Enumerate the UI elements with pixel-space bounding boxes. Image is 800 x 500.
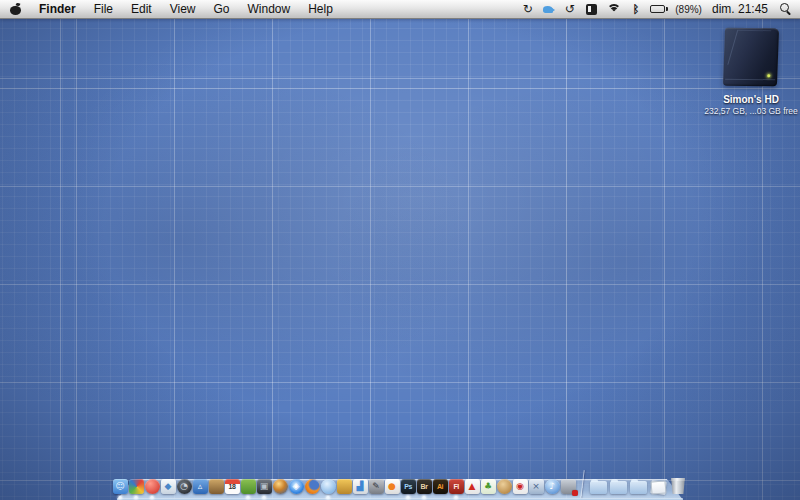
dock-red-ball-app[interactable] [144,479,160,494]
running-indicator [455,496,458,499]
dock-music-app[interactable]: ♪ [544,479,560,494]
chart-app-glyph: ▟ [357,482,364,491]
wifi-icon[interactable] [606,3,621,15]
dock-globe-browser[interactable] [272,479,288,494]
dock-leather-book-app[interactable] [208,479,224,494]
dock-pen-app[interactable]: ✎ [368,479,384,494]
dock: ☺◆◔▵18▣◈▟✎●PsBrAiFl▲♣◉×♪ [117,469,683,500]
running-indicator [119,496,122,499]
battery-tip [666,7,668,11]
ical-glyph: 18 [229,483,236,490]
lamp-app-glyph: ● [388,482,396,491]
dock-windows-app[interactable] [560,479,576,494]
dock-stack-folder-downloads[interactable] [628,481,648,494]
dock-finder[interactable]: ☺ [112,479,128,494]
desktop-drive-simons-hd[interactable]: Simon's HD 232,57 GB, ...03 GB free [724,28,778,148]
bluetooth-icon[interactable]: ᛒ [628,1,643,17]
photo-app-icon: ▣ [257,479,272,494]
battery-body [650,5,665,13]
dock-acrobat[interactable]: ▲ [464,479,480,494]
firefox-icon [305,479,320,494]
dock-chart-app[interactable]: ▟ [352,479,368,494]
flash-glyph: Fl [453,483,458,490]
dock-stack-recent-documents[interactable] [648,481,668,494]
honey-pot-app-icon [497,479,512,494]
package-app-icon [337,479,352,494]
dock-honey-pot-app[interactable] [496,479,512,494]
input-source-icon[interactable] [584,1,599,17]
leather-book-app-icon [209,479,224,494]
menu-bar-clock[interactable]: dim. 21:45 [709,2,771,16]
dock-preview-app[interactable]: ▵ [192,479,208,494]
dock-illustrator[interactable]: Ai [432,479,448,494]
pen-app-icon: ✎ [369,479,384,494]
dock-package-app[interactable] [336,479,352,494]
drive-led-indicator [767,74,770,77]
photoshop-glyph: Ps [404,483,412,490]
chat-balloon-app-icon [321,479,336,494]
dock-photoshop[interactable]: Ps [400,479,416,494]
x-utility-app-glyph: × [532,482,540,491]
flash-icon: Fl [449,479,464,494]
red-ball-app-icon [145,479,160,494]
globe-browser-icon [273,479,288,494]
dock-lamp-app[interactable]: ● [384,479,400,494]
menu-window[interactable]: Window [239,0,300,19]
battery-percent-label[interactable]: (89%) [675,4,702,15]
menu-help[interactable]: Help [299,0,342,19]
dock-photo-app[interactable]: ▣ [256,479,272,494]
running-indicator [407,496,410,499]
dock-separator [576,472,588,494]
dock-compass-app[interactable]: ◔ [176,479,192,494]
sync-icon[interactable]: ↻ [520,1,535,17]
time-machine-icon[interactable]: ↺ [562,1,577,17]
running-indicator [263,496,266,499]
preview-app-icon: ▵ [193,479,208,494]
x-utility-app-icon: × [529,479,544,494]
menu-go[interactable]: Go [205,0,239,19]
dock-blue-doc-app[interactable]: ◆ [160,479,176,494]
dock-ical[interactable]: 18 [224,479,240,494]
dock-bridge[interactable]: Br [416,479,432,494]
menu-edit[interactable]: Edit [122,0,161,19]
dock-evernote[interactable] [240,479,256,494]
drive-label: Simon's HD 232,57 GB, ...03 GB free [681,94,800,116]
dock-chat-balloon-app[interactable] [320,479,336,494]
stack-folder-downloads-icon [630,481,647,494]
spotlight-search-icon[interactable] [778,2,792,16]
menu-view[interactable]: View [161,0,205,19]
music-app-glyph: ♪ [549,482,555,491]
twitter-bird-icon[interactable] [542,2,555,16]
ical-icon: 18 [225,479,240,494]
dock-cube-app[interactable] [128,479,144,494]
menu-list: FinderFileEditViewGoWindowHelp [30,0,342,18]
illustrator-glyph: Ai [437,483,443,490]
apple-menu-icon[interactable] [10,3,22,16]
dock-stack-folder-documents[interactable] [608,481,628,494]
menu-finder[interactable]: Finder [30,0,85,19]
dock-stack-folder-applications[interactable] [588,481,608,494]
menu-file[interactable]: File [85,0,122,19]
dock-x-utility-app[interactable]: × [528,479,544,494]
desktop-wallpaper [0,0,800,500]
dock-trash[interactable] [668,478,688,494]
dock-media-app[interactable]: ◉ [512,479,528,494]
compass-app-icon: ◔ [177,479,192,494]
dock-leaf-app[interactable]: ♣ [480,479,496,494]
dock-firefox[interactable] [304,479,320,494]
blue-doc-app-glyph: ◆ [165,482,172,491]
cube-app-icon [129,479,144,494]
safari-glyph: ◈ [293,482,300,491]
drive-name: Simon's HD [681,94,800,105]
preview-app-glyph: ▵ [198,482,203,491]
photo-app-glyph: ▣ [260,482,269,491]
dock-flash[interactable]: Fl [448,479,464,494]
battery-icon[interactable] [650,5,668,13]
leaf-app-icon: ♣ [481,479,496,494]
bridge-icon: Br [417,479,432,494]
music-app-icon: ♪ [545,479,560,494]
running-indicator [423,496,426,499]
dock-safari[interactable]: ◈ [288,479,304,494]
chart-app-icon: ▟ [353,479,368,494]
lamp-app-icon: ● [385,479,400,494]
